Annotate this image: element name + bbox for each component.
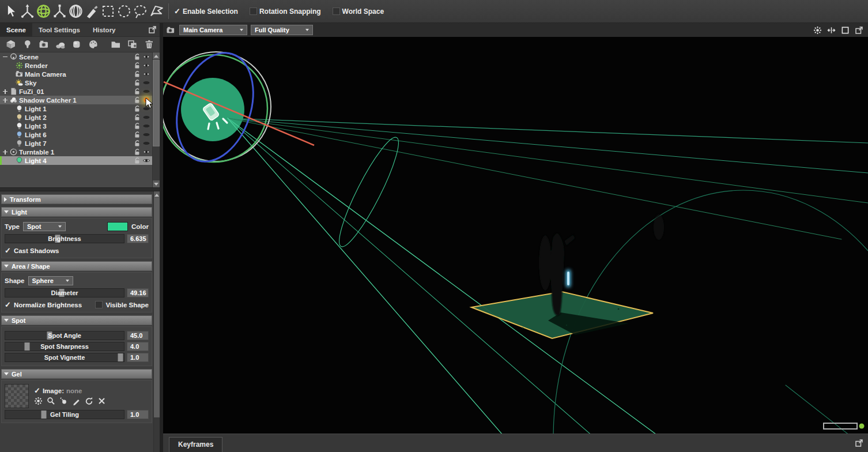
spot-vignette-value[interactable]: 1.0 xyxy=(127,353,149,362)
brightness-slider[interactable]: Brightness xyxy=(5,234,124,243)
tool-trackball-button[interactable] xyxy=(68,3,84,19)
eye-closed-icon[interactable] xyxy=(142,88,150,95)
quality-select-dropdown[interactable]: Full Quality xyxy=(251,25,313,35)
brightness-value[interactable]: 6.635 xyxy=(127,234,149,243)
scrollbar-thumb[interactable] xyxy=(154,198,160,417)
lock-icon[interactable] xyxy=(134,148,141,156)
tree-row-light-1[interactable]: Light 1 xyxy=(0,104,160,113)
viewport-maximize-icon[interactable] xyxy=(841,26,850,35)
panel-splitter[interactable] xyxy=(0,187,160,191)
lock-icon[interactable] xyxy=(134,53,141,61)
tool-marquee-ellipse-button[interactable] xyxy=(116,3,132,19)
materials-button[interactable] xyxy=(88,39,99,50)
tab-scene[interactable]: Scene xyxy=(0,23,32,36)
folder-button[interactable] xyxy=(111,39,121,50)
section-header-spot[interactable]: Spot xyxy=(1,315,152,325)
add-environment-button[interactable] xyxy=(55,39,66,50)
lock-icon[interactable] xyxy=(134,62,141,69)
spot-sharpness-slider[interactable]: Spot Sharpness xyxy=(5,342,124,351)
gel-tiling-value[interactable]: 1.0 xyxy=(127,410,149,419)
eye-open-icon[interactable] xyxy=(142,149,150,155)
eye-closed-icon[interactable] xyxy=(142,106,150,112)
panel-popout-icon[interactable] xyxy=(148,25,157,34)
tree-row-sky[interactable]: Sky xyxy=(0,78,160,87)
collapse-expander-icon[interactable] xyxy=(2,54,8,60)
expand-expander-icon[interactable] xyxy=(2,149,8,155)
gel-browse-magnifier-icon[interactable] xyxy=(47,397,55,405)
eye-closed-icon[interactable] xyxy=(142,114,150,120)
toggle-enable-selection[interactable]: ✓ Enable Selection xyxy=(174,7,238,16)
tree-row-turntable-1[interactable]: Turntable 1 xyxy=(0,148,160,156)
add-object-button[interactable] xyxy=(6,39,16,50)
lock-icon[interactable] xyxy=(134,114,141,121)
timeline-popout-icon[interactable] xyxy=(855,439,863,447)
gel-image-thumbnail[interactable] xyxy=(5,384,29,408)
lock-icon[interactable] xyxy=(134,105,141,112)
tab-tool-settings[interactable]: Tool Settings xyxy=(32,23,86,36)
tool-rotate-button-active[interactable] xyxy=(36,3,51,19)
delete-button[interactable] xyxy=(144,39,154,50)
expand-expander-icon[interactable] xyxy=(2,97,8,103)
eye-highlighted-icon[interactable] xyxy=(142,97,150,103)
properties-scrollbar[interactable] xyxy=(153,191,160,452)
eye-open-icon[interactable] xyxy=(142,157,150,164)
visible-shape-checkbox[interactable]: Visible Shape xyxy=(95,301,149,308)
scroll-up-icon[interactable] xyxy=(153,52,160,59)
tree-row-fuzi-01[interactable]: FuZi_01 xyxy=(0,87,160,96)
tab-keyframes[interactable]: Keyframes xyxy=(169,437,222,452)
gel-image-checkbox[interactable]: ✓ Image: none xyxy=(34,387,106,394)
gel-edit-pen-icon[interactable] xyxy=(72,397,81,405)
lock-icon[interactable] xyxy=(134,96,141,104)
spot-angle-value[interactable]: 45.0 xyxy=(127,331,149,340)
tree-row-scene[interactable]: Scene xyxy=(0,52,160,61)
viewport-canvas[interactable] xyxy=(163,37,868,434)
lock-icon[interactable] xyxy=(134,122,141,130)
toggle-world-space[interactable]: World Space xyxy=(333,7,384,16)
eye-closed-icon[interactable] xyxy=(142,131,150,138)
normalize-brightness-checkbox[interactable]: ✓ Normalize Brightness xyxy=(5,301,82,308)
diameter-slider[interactable]: Diameter xyxy=(5,288,124,297)
tool-marquee-rect-button[interactable] xyxy=(100,3,116,19)
eye-open-icon[interactable] xyxy=(142,62,150,69)
lock-icon[interactable] xyxy=(134,70,141,78)
tool-translate-button[interactable] xyxy=(20,3,35,19)
tree-row-light-6[interactable]: Light 6 xyxy=(0,130,160,139)
tree-row-light-2[interactable]: Light 2 xyxy=(0,113,160,122)
cast-shadows-checkbox[interactable]: ✓ Cast Shadows xyxy=(5,247,149,254)
tree-row-shadow-catcher-1[interactable]: Shadow Catcher 1 xyxy=(0,96,160,104)
light-type-dropdown[interactable]: Spot xyxy=(23,222,66,231)
add-primitive-button[interactable] xyxy=(71,39,82,50)
scroll-up-icon[interactable] xyxy=(154,191,160,198)
viewport-settings-gear-icon[interactable] xyxy=(813,26,822,35)
tree-row-light-4-selected[interactable]: Light 4 xyxy=(0,156,160,165)
gel-tiling-slider[interactable]: Gel Tiling xyxy=(5,410,124,419)
section-header-gel[interactable]: Gel xyxy=(1,369,152,379)
eye-closed-icon[interactable] xyxy=(142,80,150,86)
shape-dropdown[interactable]: Sphere xyxy=(28,276,73,285)
add-light-button[interactable] xyxy=(22,39,33,50)
camera-select-dropdown[interactable]: Main Camera xyxy=(179,25,247,35)
scroll-down-icon[interactable] xyxy=(153,180,160,187)
diameter-value[interactable]: 49.16 xyxy=(127,288,149,297)
eye-closed-icon[interactable] xyxy=(142,123,150,129)
gel-settings-gear-icon[interactable] xyxy=(34,397,43,405)
lock-icon[interactable] xyxy=(134,88,141,95)
spot-sharpness-value[interactable]: 4.0 xyxy=(127,342,149,351)
light-color-swatch[interactable] xyxy=(107,222,128,231)
lock-icon[interactable] xyxy=(134,157,141,164)
duplicate-button[interactable] xyxy=(127,39,138,50)
tree-row-render[interactable]: Render xyxy=(0,61,160,70)
tree-row-main-camera[interactable]: Main Camera xyxy=(0,70,160,78)
section-header-light[interactable]: Light xyxy=(1,207,152,217)
scrollbar-thumb[interactable] xyxy=(153,60,160,146)
spot-angle-slider[interactable]: Spot Angle xyxy=(5,331,124,340)
gel-pick-icon[interactable] xyxy=(59,397,68,405)
tree-row-light-3[interactable]: Light 3 xyxy=(0,122,160,130)
gel-clear-icon[interactable] xyxy=(97,397,106,405)
section-header-transform[interactable]: Transform xyxy=(1,194,152,204)
eye-closed-icon[interactable] xyxy=(142,140,150,146)
tool-lasso-button[interactable] xyxy=(133,3,148,19)
tool-select-button[interactable] xyxy=(3,3,19,19)
viewport-split-icon[interactable] xyxy=(827,26,836,35)
tool-polygon-lasso-button[interactable] xyxy=(149,3,164,19)
